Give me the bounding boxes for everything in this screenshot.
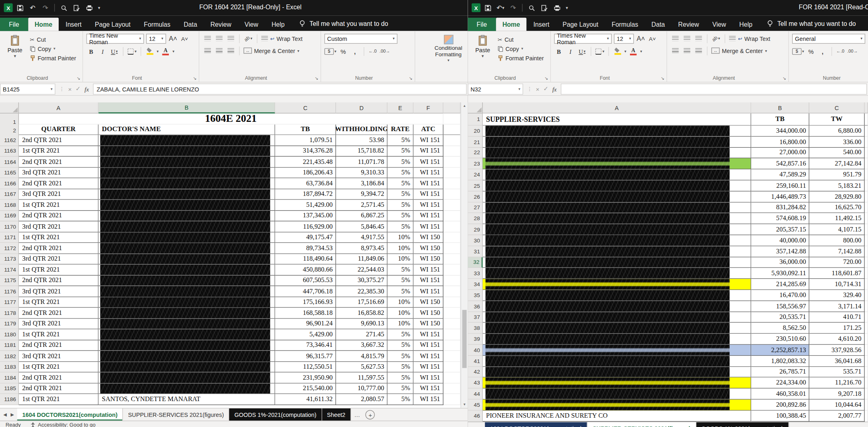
- empty-cell[interactable]: [865, 246, 868, 257]
- empty-cell[interactable]: [865, 301, 868, 312]
- accounting-format-button[interactable]: $▾: [324, 47, 336, 56]
- empty-cell[interactable]: [443, 265, 460, 276]
- cell-tw[interactable]: 11,216.70: [809, 378, 865, 389]
- cell-supplier-name[interactable]: [483, 268, 751, 279]
- cell-withholding[interactable]: 11,849.06: [336, 254, 387, 265]
- cell-tw[interactable]: 11,492.15: [809, 213, 865, 224]
- cell-atc[interactable]: WI 151: [413, 383, 443, 394]
- cell-tb[interactable]: 168,588.18: [275, 308, 336, 319]
- cell-rate[interactable]: 5%: [387, 340, 413, 351]
- align-right-button[interactable]: [226, 46, 235, 55]
- empty-cell[interactable]: [865, 410, 868, 421]
- header-quarter[interactable]: QUARTER: [19, 124, 98, 135]
- row-header[interactable]: 1163: [0, 146, 19, 157]
- formula-input[interactable]: ZABALA, CAMILLE ELAINE LORENZO: [93, 83, 466, 94]
- cell-supplier-name[interactable]: [483, 125, 751, 136]
- empty-cell[interactable]: [443, 232, 460, 243]
- row-header[interactable]: 1: [468, 113, 483, 125]
- cell-supplier-name[interactable]: PIONEER INSURANCE AND SURETY CO: [483, 410, 751, 421]
- cell-doctor-name[interactable]: [98, 383, 275, 394]
- row-header[interactable]: 1164: [0, 157, 19, 168]
- cell-rate[interactable]: 5%: [387, 168, 413, 178]
- cell-supplier-name[interactable]: [483, 290, 751, 301]
- cell-atc[interactable]: WI 151: [413, 221, 443, 232]
- row-header[interactable]: 46: [468, 410, 483, 421]
- cell-withholding[interactable]: 15,718.82: [336, 146, 387, 157]
- cell-rate[interactable]: 5%: [387, 189, 413, 200]
- cell-supplier-name[interactable]: [483, 312, 751, 323]
- cell-quarter[interactable]: 2nd QTR 2021: [19, 308, 98, 319]
- cell-tb[interactable]: 1,446,489.73: [751, 191, 809, 202]
- cell-rate[interactable]: 10%: [387, 319, 413, 329]
- cell-atc[interactable]: WI 150: [413, 254, 443, 265]
- cell-tw[interactable]: 951.79: [809, 170, 865, 181]
- cell-tb[interactable]: 450,880.66: [275, 265, 336, 276]
- cell-quarter[interactable]: 3rd QTR 2021: [19, 221, 98, 232]
- cell-atc[interactable]: WI 151: [413, 340, 443, 351]
- cell-tb[interactable]: 607,505.53: [275, 275, 336, 286]
- alignment-dialog-launcher-icon[interactable]: ↘: [315, 76, 318, 81]
- cell-atc[interactable]: WI 151: [413, 135, 443, 146]
- empty-cell[interactable]: [865, 170, 868, 181]
- cell-doctor-name[interactable]: SANTOS, CYNDETTE MANARAT: [98, 394, 275, 405]
- header-rate[interactable]: RATE: [387, 124, 413, 135]
- row-header[interactable]: 28: [468, 213, 483, 224]
- empty-cell[interactable]: [443, 221, 460, 232]
- empty-cell[interactable]: [865, 356, 868, 367]
- sheet-tab[interactable]: Sheet2: [322, 408, 351, 421]
- excel-app-icon[interactable]: X: [4, 3, 13, 12]
- number-format-select[interactable]: Custom▾: [324, 34, 397, 44]
- cell-supplier-name[interactable]: [483, 170, 751, 181]
- cell-tw[interactable]: 16,625.70: [809, 202, 865, 213]
- cell-tb[interactable]: 314,376.28: [275, 146, 336, 157]
- italic-button[interactable]: I: [98, 47, 107, 56]
- cell-supplier-name[interactable]: [483, 279, 751, 290]
- increase-font-icon[interactable]: A˄: [168, 34, 178, 43]
- select-all-corner[interactable]: [468, 102, 483, 113]
- cell-quarter[interactable]: 2nd QTR 2021: [19, 275, 98, 286]
- fill-color-button[interactable]: [613, 47, 622, 56]
- font-family-select[interactable]: Times New Roman▾: [554, 34, 612, 44]
- tell-me[interactable]: Tell me what you want to do: [299, 20, 388, 31]
- cell-quarter[interactable]: 2nd QTR 2021: [19, 135, 98, 146]
- cell-tw[interactable]: 28,929.80: [809, 191, 865, 202]
- comma-style-button[interactable]: ,: [818, 47, 827, 56]
- cell-tb[interactable]: 230,510.60: [751, 334, 809, 345]
- cell-tb[interactable]: 137,345.00: [275, 210, 336, 221]
- cell-rate[interactable]: 5%: [387, 383, 413, 394]
- empty-cell[interactable]: [443, 135, 460, 146]
- cell-doctor-name[interactable]: [98, 135, 275, 146]
- cell-supplier-name[interactable]: [483, 334, 751, 345]
- empty-cell[interactable]: [443, 319, 460, 329]
- cell-tb[interactable]: 175,166.93: [275, 297, 336, 308]
- cell-atc[interactable]: WI 151: [413, 178, 443, 189]
- copy-button[interactable]: Copy▾: [30, 45, 76, 52]
- print-preview-icon[interactable]: [60, 3, 68, 12]
- align-right-button[interactable]: [694, 46, 703, 55]
- cell-quarter[interactable]: 1st QTR 2021: [19, 146, 98, 157]
- cell-supplier-name[interactable]: [483, 213, 751, 224]
- cell-withholding[interactable]: 11,597.55: [336, 372, 387, 383]
- cell-rate[interactable]: 5%: [387, 135, 413, 146]
- ribbon-tab[interactable]: Home: [496, 18, 527, 31]
- cell-doctor-name[interactable]: [98, 286, 275, 297]
- format-painter-button[interactable]: Format Painter: [30, 55, 76, 61]
- percent-style-button[interactable]: %: [338, 47, 348, 56]
- decrease-decimal-button[interactable]: .00→: [847, 47, 858, 56]
- cell-tb[interactable]: 344,000.00: [751, 125, 809, 136]
- empty-cell[interactable]: [865, 125, 868, 136]
- decrease-font-icon[interactable]: A˅: [180, 34, 189, 43]
- row-header[interactable]: 31: [468, 246, 483, 257]
- empty-cell[interactable]: [865, 159, 868, 170]
- accessibility-status[interactable]: Accessibility: Good to go: [31, 422, 96, 427]
- scroll-down-icon[interactable]: ▼: [461, 401, 468, 408]
- column-header-f[interactable]: F: [413, 102, 443, 113]
- cell-atc[interactable]: WI 150: [413, 297, 443, 308]
- cell-tb[interactable]: 221,435.48: [275, 157, 336, 168]
- cell-doctor-name[interactable]: [98, 265, 275, 276]
- cell-tw[interactable]: 10,044.64: [809, 399, 865, 410]
- cell-quarter[interactable]: 2nd QTR 2021: [19, 178, 98, 189]
- cell-supplier-name[interactable]: [483, 246, 751, 257]
- cell-tw[interactable]: 2,007.77: [809, 410, 865, 421]
- cell-tb[interactable]: 542,857.16: [751, 159, 809, 170]
